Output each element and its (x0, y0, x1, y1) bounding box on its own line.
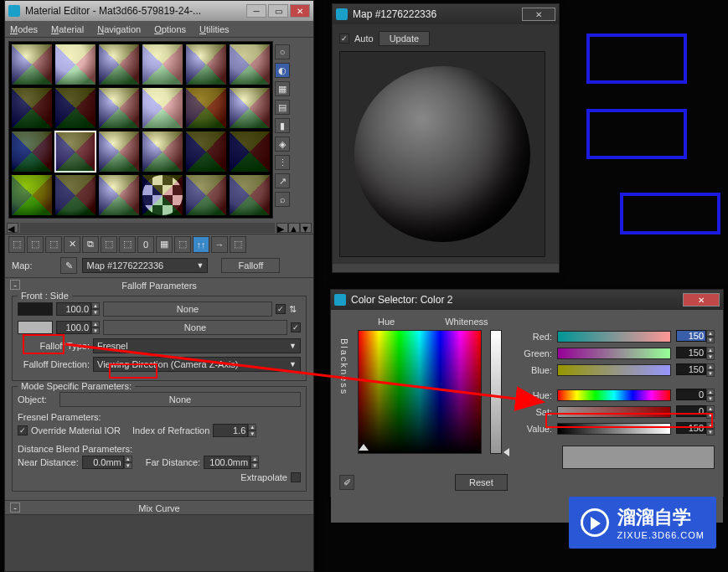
go-sibling-icon[interactable]: ⬚ (230, 236, 246, 253)
go-to-parent-icon[interactable]: ↑↑ (193, 236, 209, 253)
material-slot[interactable] (229, 174, 271, 216)
minimize-button[interactable]: ─ (246, 4, 266, 18)
spin-down[interactable]: ▼ (706, 412, 715, 419)
front-value-spinner[interactable]: ▲▼ (56, 302, 100, 316)
red-spinner[interactable]: ▲▼ (676, 330, 715, 343)
blue-spinner[interactable]: ▲▼ (676, 363, 715, 377)
backlight-icon[interactable]: ◐ (275, 63, 290, 78)
close-button[interactable]: ✕ (683, 293, 720, 307)
get-material-icon[interactable]: ⬚ (8, 236, 25, 253)
rollout-mix-curve[interactable]: - Mix Curve (5, 500, 313, 515)
material-slot[interactable] (142, 44, 183, 85)
material-slot[interactable] (98, 44, 140, 85)
material-slot[interactable] (11, 44, 53, 85)
auto-checkbox[interactable]: ✓ (339, 33, 349, 44)
hue-spinner[interactable]: ▲▼ (676, 389, 715, 402)
material-slot[interactable] (185, 44, 227, 85)
spin-up[interactable]: ▲ (124, 456, 132, 462)
color-selector-titlebar[interactable]: Color Selector: Color 2 ✕ (331, 290, 723, 310)
spin-up[interactable]: ▲ (91, 302, 100, 309)
near-spinner[interactable]: ▲▼ (82, 456, 132, 469)
spin-up[interactable]: ▲ (706, 347, 715, 353)
select-by-material-icon[interactable]: ↗ (275, 173, 290, 188)
material-slot[interactable] (229, 87, 271, 129)
material-slot[interactable] (98, 174, 140, 216)
material-slot[interactable] (142, 131, 183, 173)
blue-input[interactable] (676, 363, 706, 375)
close-button[interactable]: ✕ (290, 4, 310, 18)
front-value-input[interactable] (56, 302, 91, 316)
object-pick-button[interactable]: None (59, 392, 301, 407)
material-slot[interactable] (185, 131, 227, 173)
make-copy-icon[interactable]: ⧉ (82, 236, 99, 253)
side-value-spinner[interactable]: ▲▼ (56, 321, 100, 334)
background-icon[interactable]: ▦ (275, 81, 290, 96)
side-map-enable[interactable]: ✓ (291, 322, 301, 332)
map-preview-titlebar[interactable]: Map #1276222336 ✕ (333, 4, 559, 24)
material-slot[interactable] (11, 131, 53, 173)
sample-uv-icon[interactable]: ▤ (275, 100, 290, 115)
rollout-toggle-icon[interactable]: - (10, 280, 20, 290)
material-slot-selected[interactable] (54, 131, 96, 173)
material-slot[interactable] (185, 174, 227, 216)
pick-material-icon[interactable]: ✎ (60, 257, 77, 274)
sat-slider[interactable] (557, 406, 671, 418)
side-map-button[interactable]: None (103, 320, 287, 335)
eyedropper-icon[interactable]: ✐ (339, 475, 354, 490)
video-color-icon[interactable]: ▮ (275, 118, 290, 133)
green-input[interactable] (676, 347, 706, 358)
whiteness-slider[interactable] (490, 330, 502, 454)
scroll-right-button[interactable]: ▶ (276, 223, 288, 233)
spin-up[interactable]: ▲ (706, 363, 715, 370)
go-forward-icon[interactable]: → (211, 236, 228, 253)
map-type-button[interactable]: Falloff (221, 258, 280, 273)
green-slider[interactable] (557, 348, 671, 359)
spin-up[interactable]: ▲ (706, 405, 715, 412)
sat-input[interactable] (676, 405, 706, 417)
front-color-swatch[interactable] (18, 302, 53, 316)
spin-down[interactable]: ▼ (706, 337, 715, 343)
value-spinner[interactable]: ▲▼ (676, 422, 715, 435)
value-slider[interactable] (557, 423, 671, 435)
reset-map-icon[interactable]: ✕ (64, 236, 80, 253)
near-input[interactable] (82, 456, 124, 469)
material-slot[interactable] (142, 87, 183, 129)
red-slider[interactable] (557, 331, 671, 343)
sat-spinner[interactable]: ▲▼ (676, 405, 715, 419)
spin-down[interactable]: ▼ (706, 395, 715, 402)
material-slot[interactable] (185, 87, 227, 129)
value-input[interactable] (676, 422, 706, 434)
spin-up[interactable]: ▲ (706, 330, 715, 337)
put-to-scene-icon[interactable]: ⬚ (27, 236, 44, 253)
hue-input[interactable] (676, 389, 706, 400)
spin-down[interactable]: ▼ (124, 462, 132, 469)
menu-options[interactable]: Options (154, 24, 186, 34)
spin-down[interactable]: ▼ (706, 353, 715, 360)
sample-type-icon[interactable]: ○ (275, 44, 290, 59)
spin-down[interactable]: ▼ (91, 327, 100, 334)
material-id-icon[interactable]: 0 (137, 236, 154, 253)
red-input[interactable] (676, 330, 706, 342)
material-slot[interactable] (229, 44, 271, 85)
map-name-dropdown[interactable]: Map #1276222336 ▼ (82, 258, 208, 273)
scroll-track[interactable] (20, 223, 275, 233)
material-slot[interactable] (98, 131, 140, 173)
menu-modes[interactable]: Modes (10, 24, 38, 34)
material-map-navigator-icon[interactable]: ⌕ (275, 192, 290, 207)
spin-up[interactable]: ▲ (250, 456, 259, 462)
side-color-swatch[interactable] (18, 321, 53, 334)
material-slot[interactable] (11, 87, 53, 129)
material-slot[interactable] (98, 87, 140, 129)
spin-down[interactable]: ▼ (248, 430, 256, 437)
material-slot[interactable] (229, 131, 271, 173)
hue-slider[interactable] (557, 389, 671, 401)
scroll-down-button[interactable]: ▼ (300, 223, 312, 233)
material-slot[interactable] (142, 174, 183, 216)
material-slot[interactable] (54, 87, 96, 129)
spin-down[interactable]: ▼ (250, 462, 259, 469)
show-end-result-icon[interactable]: ⬚ (174, 236, 191, 253)
spin-up[interactable]: ▲ (248, 424, 256, 430)
menu-material[interactable]: Material (51, 24, 84, 34)
far-input[interactable] (204, 456, 250, 469)
scroll-left-button[interactable]: ◀ (7, 223, 18, 233)
